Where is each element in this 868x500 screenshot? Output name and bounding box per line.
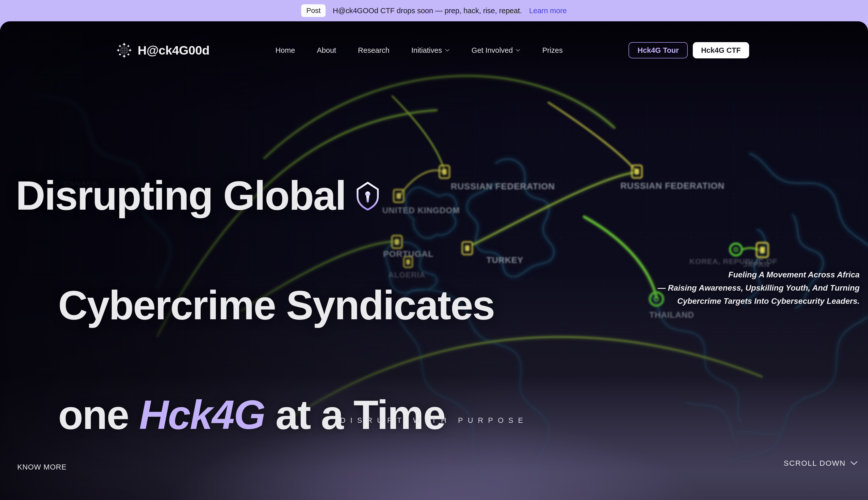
scroll-down-label: SCROLL DOWN xyxy=(784,459,846,467)
shield-keyhole-icon xyxy=(355,181,381,211)
hck4g-tour-button[interactable]: Hck4G Tour xyxy=(629,42,687,58)
heading-line-1: Disrupting Global xyxy=(16,173,346,218)
hero-tagline: Fueling A Movement Across Africa — Raisi… xyxy=(658,268,860,308)
tagline-line-3: Cybercrime Targets Into Cybersecurity Le… xyxy=(658,294,860,308)
banner-message: H@ck4GOOd CTF drops soon — prep, hack, r… xyxy=(333,7,522,15)
hero-heading: Disrupting Global Cybercrime Syndicates … xyxy=(16,168,494,497)
target-marker-icon xyxy=(756,243,768,257)
motto-text: DISRUPT WITH PURPOSE xyxy=(0,416,868,424)
nav-item-home[interactable]: Home xyxy=(275,46,295,55)
navbar: H@ck4G00d HomeAboutResearchInitiativesGe… xyxy=(0,35,868,65)
map-label: THAILAND xyxy=(649,310,694,320)
nav-item-label: Initiatives xyxy=(412,46,442,55)
nav-item-label: Get Involved xyxy=(472,46,513,55)
know-more-link[interactable]: KNOW MORE xyxy=(17,463,67,471)
hck4g-ctf-button[interactable]: Hck4G CTF xyxy=(693,42,749,58)
nav-item-get-involved[interactable]: Get Involved xyxy=(472,46,521,55)
target-marker-icon xyxy=(632,165,642,178)
hero-section: CANADARUSSIAN FEDERATIONUNITED KINGDOMPO… xyxy=(0,21,868,500)
brand-name: H@ck4G00d xyxy=(138,43,210,57)
announcement-banner: Post H@ck4GOOd CTF drops soon — prep, ha… xyxy=(0,0,868,21)
nav-item-label: About xyxy=(317,46,336,55)
nav-item-label: Home xyxy=(275,46,295,55)
scroll-down-link[interactable]: SCROLL DOWN xyxy=(784,459,858,467)
nav-item-label: Research xyxy=(358,46,390,55)
learn-more-link[interactable]: Learn more xyxy=(529,7,566,15)
nav-actions: Hck4G Tour Hck4G CTF xyxy=(629,42,749,58)
chevron-down-icon xyxy=(445,49,450,52)
nav-item-about[interactable]: About xyxy=(317,46,336,55)
heading-accent: Hck4G xyxy=(139,392,265,438)
nav-item-prizes[interactable]: Prizes xyxy=(542,46,563,55)
chevron-down-icon xyxy=(850,461,858,465)
nav-item-initiatives[interactable]: Initiatives xyxy=(412,46,450,55)
heading-line-3-post: at a Time xyxy=(265,392,445,438)
sparkle-globe-logo-icon xyxy=(116,42,132,58)
heading-line-2: Cybercrime Syndicates xyxy=(58,282,494,328)
chevron-down-icon xyxy=(516,49,520,52)
map-label: JAPAN xyxy=(743,260,769,269)
post-badge: Post xyxy=(301,4,326,17)
nav-item-research[interactable]: Research xyxy=(358,46,390,55)
tagline-line-1: Fueling A Movement Across Africa xyxy=(658,268,860,281)
brand-logo[interactable]: H@ck4G00d xyxy=(116,42,210,58)
heading-line-3-pre: one xyxy=(58,392,139,438)
nav-menu: HomeAboutResearchInitiativesGet Involved… xyxy=(275,46,563,55)
tagline-line-2: — Raising Awareness, Upskilling Youth, A… xyxy=(658,281,860,294)
nav-item-label: Prizes xyxy=(542,46,563,55)
map-label: RUSSIAN FEDERATION xyxy=(620,181,724,191)
